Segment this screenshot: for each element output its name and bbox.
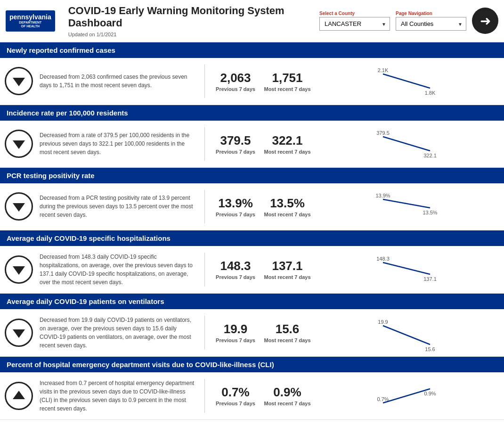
county-select[interactable]: LANCASTER — [319, 17, 390, 31]
logo-area: pennsylvania DEPARTMENTOF HEALTH — [6, 10, 59, 32]
section-header-ventilators: Average daily COVID-19 patients on venti… — [0, 294, 504, 309]
down-arrow-icon — [5, 319, 33, 347]
trend-chart: 2.1K 1.8K — [369, 67, 444, 95]
section-header-confirmed-cases: Newly reported confirmed cases — [0, 42, 504, 58]
chart-incidence-rate: 379.5 322.1 — [313, 130, 499, 158]
prev-value: 19.9 — [210, 322, 261, 336]
county-select-wrapper[interactable]: LANCASTER — [319, 17, 390, 31]
prev-value: 13.9% — [210, 196, 261, 211]
prev-stat-ventilators: 19.9Previous 7 days — [210, 322, 261, 343]
prev-label: Previous 7 days — [210, 149, 261, 155]
svg-text:13.5%: 13.5% — [423, 210, 437, 215]
controls-area: Select a County LANCASTER Page Navigatio… — [319, 8, 498, 34]
recent-stat-cli: 0.9%Most recent 7 days — [261, 385, 313, 406]
description-confirmed-cases: Decreased from 2,063 confirmed cases the… — [40, 73, 200, 90]
county-select-label: Select a County — [319, 11, 390, 16]
recent-label: Most recent 7 days — [261, 212, 313, 217]
section-incidence-rate: Incidence rate per 100,000 residentsDecr… — [0, 105, 504, 168]
section-hospitalizations: Average daily COVID-19 specific hospital… — [0, 230, 504, 294]
svg-marker-8 — [13, 203, 25, 212]
svg-text:19.9: 19.9 — [378, 319, 388, 325]
section-header-pcr-positivity: PCR testing positivity rate — [0, 168, 504, 183]
prev-value: 2,063 — [210, 71, 261, 85]
nav-select-group: Page Navigation All Counties — [396, 11, 466, 31]
dept-text: DEPARTMENTOF HEALTH — [19, 21, 41, 29]
svg-line-2 — [383, 74, 430, 88]
trend-chart: 0.7% 0.9% — [369, 382, 444, 410]
pa-logo: pennsylvania DEPARTMENTOF HEALTH — [6, 10, 55, 32]
recent-label: Most recent 7 days — [261, 86, 313, 92]
recent-value: 1,751 — [261, 71, 313, 85]
svg-text:15.6: 15.6 — [425, 346, 435, 352]
svg-text:322.1: 322.1 — [423, 153, 437, 158]
description-hospitalizations: Decreased from 148.3 daily COVID-19 spec… — [40, 253, 200, 287]
down-arrow-icon — [5, 130, 33, 158]
prev-value: 0.7% — [210, 385, 261, 400]
chart-confirmed-cases: 2.1K 1.8K — [313, 67, 499, 95]
metric-row-cli: Increased from 0.7 percent of hospital e… — [0, 372, 504, 420]
svg-marker-20 — [13, 391, 25, 399]
nav-select-wrapper[interactable]: All Counties — [396, 17, 466, 31]
metric-row-confirmed-cases: Decreased from 2,063 confirmed cases the… — [0, 58, 504, 105]
prev-stat-hospitalizations: 148.3Previous 7 days — [210, 259, 261, 280]
nav-button[interactable]: ➜ — [472, 8, 498, 34]
svg-line-6 — [383, 137, 430, 151]
page-title: COVID-19 Early Warning Monitoring System… — [68, 5, 319, 30]
trend-chart: 379.5 322.1 — [369, 130, 444, 158]
chart-hospitalizations: 148.3 137.1 — [313, 255, 499, 284]
description-pcr-positivity: Decreased from a PCR testing positivity … — [40, 194, 200, 219]
prev-value: 379.5 — [210, 133, 261, 148]
prev-stat-pcr-positivity: 13.9%Previous 7 days — [210, 196, 261, 217]
section-ventilators: Average daily COVID-19 patients on venti… — [0, 294, 504, 357]
svg-text:2.1K: 2.1K — [377, 67, 388, 73]
recent-value: 15.6 — [261, 322, 313, 336]
pa-logo-text: pennsylvania — [9, 13, 51, 21]
page-header: pennsylvania DEPARTMENTOF HEALTH COVID-1… — [0, 0, 504, 42]
trend-chart: 19.9 15.6 — [369, 319, 444, 347]
county-select-group: Select a County LANCASTER — [319, 11, 390, 31]
chart-pcr-positivity: 13.9% 13.5% — [313, 192, 499, 221]
metric-row-ventilators: Decreased from 19.9 daily COVID-19 patie… — [0, 309, 504, 357]
svg-text:0.9%: 0.9% — [424, 391, 436, 396]
updated-date: Updated on 1/1/2021 — [68, 32, 319, 37]
down-arrow-icon — [5, 192, 33, 221]
recent-label: Most recent 7 days — [261, 401, 313, 406]
svg-marker-16 — [13, 329, 25, 338]
description-cli: Increased from 0.7 percent of hospital e… — [40, 379, 200, 413]
recent-stat-hospitalizations: 137.1Most recent 7 days — [261, 259, 313, 280]
prev-stat-cli: 0.7%Previous 7 days — [210, 385, 261, 406]
down-arrow-icon — [5, 255, 33, 284]
prev-value: 148.3 — [210, 259, 261, 273]
svg-marker-0 — [13, 78, 25, 86]
section-cli: Percent of hospital emergency department… — [0, 357, 504, 420]
prev-stat-confirmed-cases: 2,063Previous 7 days — [210, 71, 261, 92]
divider — [204, 316, 205, 350]
prev-label: Previous 7 days — [210, 401, 261, 406]
divider — [204, 127, 205, 161]
prev-stat-incidence-rate: 379.5Previous 7 days — [210, 133, 261, 155]
description-ventilators: Decreased from 19.9 daily COVID-19 patie… — [40, 316, 200, 350]
chart-ventilators: 19.9 15.6 — [313, 319, 499, 347]
sections-container: Newly reported confirmed casesDecreased … — [0, 42, 504, 420]
section-header-incidence-rate: Incidence rate per 100,000 residents — [0, 105, 504, 121]
recent-stat-ventilators: 15.6Most recent 7 days — [261, 322, 313, 343]
svg-marker-4 — [13, 140, 25, 149]
section-pcr-positivity: PCR testing positivity rateDecreased fro… — [0, 168, 504, 230]
divider — [204, 379, 205, 413]
section-header-hospitalizations: Average daily COVID-19 specific hospital… — [0, 230, 504, 246]
prev-label: Previous 7 days — [210, 337, 261, 343]
down-arrow-icon — [5, 67, 33, 95]
section-confirmed-cases: Newly reported confirmed casesDecreased … — [0, 42, 504, 105]
title-area: COVID-19 Early Warning Monitoring System… — [68, 5, 319, 37]
recent-stat-confirmed-cases: 1,751Most recent 7 days — [261, 71, 313, 92]
prev-label: Previous 7 days — [210, 86, 261, 92]
svg-text:148.3: 148.3 — [376, 256, 390, 262]
up-arrow-icon — [5, 382, 33, 410]
recent-value: 137.1 — [261, 259, 313, 273]
nav-select-label: Page Navigation — [396, 11, 466, 16]
nav-select[interactable]: All Counties — [396, 17, 466, 31]
section-header-cli: Percent of hospital emergency department… — [0, 357, 504, 372]
recent-label: Most recent 7 days — [261, 274, 313, 280]
nav-arrow-icon: ➜ — [480, 13, 491, 29]
svg-line-22 — [383, 389, 430, 403]
